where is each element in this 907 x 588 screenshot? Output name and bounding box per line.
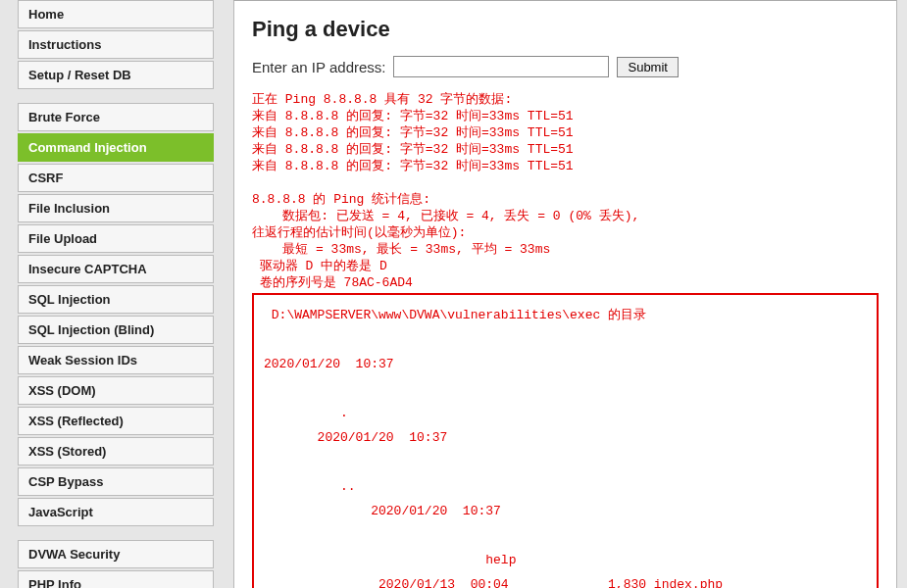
sidebar-item-instructions[interactable]: Instructions — [18, 30, 214, 59]
sidebar-item-sql-injection-blind[interactable]: SQL Injection (Blind) — [18, 316, 214, 344]
sidebar-item-xss-dom[interactable]: XSS (DOM) — [18, 376, 214, 405]
sidebar-item-insecure-captcha[interactable]: Insecure CAPTCHA — [18, 255, 214, 283]
ping-output-pre: 正在 Ping 8.8.8.8 具有 32 字节的数据: 来自 8.8.8.8 … — [252, 91, 879, 291]
sidebar-item-home[interactable]: Home — [18, 0, 214, 28]
content-box: Ping a device Enter an IP address: Submi… — [233, 0, 897, 588]
ping-form: Enter an IP address: Submit — [252, 56, 879, 77]
sidebar-item-brute-force[interactable]: Brute Force — [18, 103, 214, 131]
sidebar-item-csrf[interactable]: CSRF — [18, 164, 214, 192]
sidebar-item-javascript[interactable]: JavaScript — [18, 498, 214, 526]
menu-group-meta: DVWA Security PHP Info About — [18, 540, 214, 588]
dir-output-box: D:\WAMPSERVER\www\DVWA\vulnerabilities\e… — [252, 293, 879, 588]
sidebar-item-xss-reflected[interactable]: XSS (Reflected) — [18, 407, 214, 435]
ip-label: Enter an IP address: — [252, 59, 385, 75]
menu-group-main: Home Instructions Setup / Reset DB — [18, 0, 214, 89]
sidebar-item-file-upload[interactable]: File Upload — [18, 224, 214, 253]
sidebar-item-setup-reset-db[interactable]: Setup / Reset DB — [18, 61, 214, 89]
sidebar-item-sql-injection[interactable]: SQL Injection — [18, 285, 214, 314]
sidebar-item-weak-session-ids[interactable]: Weak Session IDs — [18, 346, 214, 374]
sidebar-item-csp-bypass[interactable]: CSP Bypass — [18, 467, 214, 496]
sidebar-item-file-inclusion[interactable]: File Inclusion — [18, 194, 214, 222]
app-container: Home Instructions Setup / Reset DB Brute… — [0, 0, 907, 588]
ip-input[interactable] — [393, 56, 609, 77]
sidebar-item-xss-stored[interactable]: XSS (Stored) — [18, 437, 214, 466]
sidebar-item-dvwa-security[interactable]: DVWA Security — [18, 540, 214, 568]
ping-heading: Ping a device — [252, 17, 879, 42]
menu-group-vulns: Brute Force Command Injection CSRF File … — [18, 103, 214, 526]
main-content: Ping a device Enter an IP address: Submi… — [224, 0, 907, 588]
sidebar: Home Instructions Setup / Reset DB Brute… — [0, 0, 224, 588]
submit-button[interactable]: Submit — [617, 57, 678, 77]
sidebar-item-command-injection[interactable]: Command Injection — [18, 133, 214, 162]
sidebar-item-php-info[interactable]: PHP Info — [18, 570, 214, 588]
